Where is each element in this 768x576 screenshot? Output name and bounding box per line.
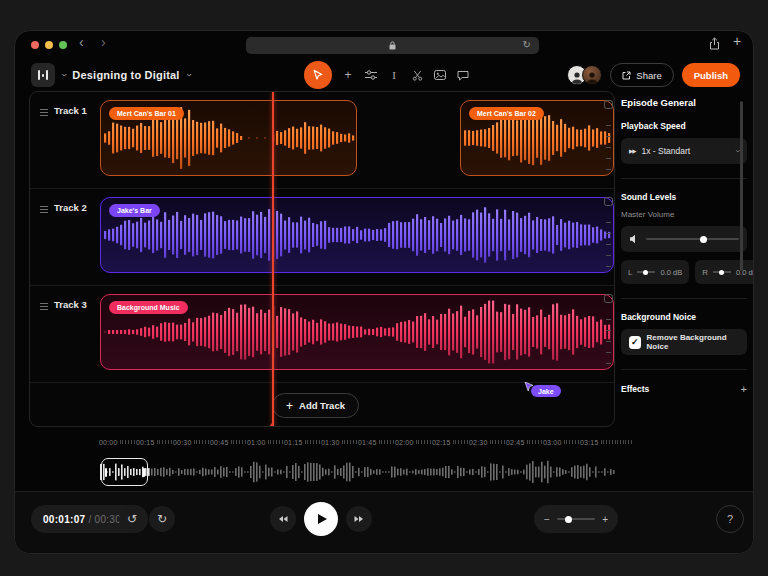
ruler-tick: [455, 440, 456, 444]
audio-clip[interactable]: Mert Can's Bar 02: [460, 100, 614, 176]
channel-levels: L 0.0 dB R 0.0 dB: [621, 260, 747, 284]
playhead[interactable]: [272, 92, 274, 427]
address-bar[interactable]: ↻: [246, 37, 539, 54]
track-name[interactable]: Track 1: [54, 105, 87, 116]
cut-tool-button[interactable]: [410, 67, 424, 83]
clip-badge[interactable]: Mert Can's Bar 02: [469, 107, 544, 120]
speaker-icon: [629, 234, 640, 244]
checkbox-checked[interactable]: ✓: [629, 336, 641, 349]
ruler-tick: [430, 440, 431, 444]
timeline-ruler[interactable]: 00:0000:1500:3000:4501:0001:1501:3001:45…: [99, 435, 654, 449]
close-window-button[interactable]: [31, 41, 39, 49]
audio-clip[interactable]: Background Music: [100, 294, 614, 370]
skip-forward-button[interactable]: [346, 506, 372, 532]
text-tool-button[interactable]: I: [387, 67, 401, 83]
ruler-tick: [245, 440, 246, 444]
comment-tool-button[interactable]: [456, 67, 470, 83]
ruler-tick: [273, 440, 274, 444]
track-level-scale[interactable]: [602, 197, 614, 273]
zoom-in-icon[interactable]: +: [602, 514, 608, 525]
track-level-scale[interactable]: [602, 294, 614, 370]
track-expand-icon[interactable]: [604, 197, 613, 206]
new-tab-icon[interactable]: +: [733, 33, 741, 49]
ruler-tick: [270, 440, 271, 444]
left-channel-control[interactable]: L 0.0 dB: [621, 260, 689, 284]
track-row: Track 1 Mert Can's Bar 01 Mert Can's Bar…: [30, 92, 614, 189]
minimap-viewport-handle[interactable]: [101, 458, 148, 486]
chevron-down-icon[interactable]: ›: [183, 73, 193, 76]
sound-levels-heading: Sound Levels: [621, 192, 747, 202]
playhead-marker-icon[interactable]: [268, 423, 276, 427]
collaborator-name-badge: Jake: [531, 385, 561, 397]
track-drag-handle-icon[interactable]: [40, 109, 48, 116]
help-button[interactable]: ?: [716, 505, 744, 533]
ruler-tick: [390, 440, 391, 444]
master-volume-control: [621, 226, 747, 252]
ruler-tick: [623, 440, 624, 444]
slider-thumb[interactable]: [643, 270, 648, 275]
sidebar-scrollbar[interactable]: [740, 101, 743, 271]
slider-thumb[interactable]: [719, 270, 724, 275]
fast-forward-icon: ▶▶: [629, 148, 635, 154]
ruler-tick: [305, 440, 306, 444]
track-level-scale[interactable]: [602, 100, 614, 176]
share-sheet-icon[interactable]: [709, 37, 720, 50]
chevron-down-icon[interactable]: ›: [59, 73, 69, 76]
audio-overview-minimap[interactable]: [99, 457, 615, 487]
play-icon: [318, 514, 327, 524]
track-name[interactable]: Track 3: [54, 299, 87, 310]
ruler-tick: [128, 440, 129, 444]
forward-icon[interactable]: ›: [101, 34, 106, 50]
track-name[interactable]: Track 2: [54, 202, 87, 213]
clip-badge[interactable]: Jake's Bar: [109, 204, 160, 217]
remove-background-noise-row[interactable]: ✓ Remove Background Noice: [621, 329, 747, 355]
back-icon[interactable]: ‹: [79, 34, 84, 50]
zoom-out-icon[interactable]: −: [544, 514, 550, 525]
app-logo-icon[interactable]: [31, 63, 55, 87]
undo-button[interactable]: ↺: [119, 506, 145, 532]
play-button[interactable]: [304, 502, 338, 536]
zoom-slider[interactable]: [557, 518, 595, 520]
add-tool-button[interactable]: +: [341, 67, 355, 83]
master-volume-slider[interactable]: [646, 238, 739, 240]
clip-badge[interactable]: Background Music: [109, 301, 188, 314]
timeline-tick-label: 02:15: [432, 439, 451, 446]
add-effect-icon[interactable]: +: [741, 383, 747, 395]
playback-speed-select[interactable]: ▶▶ 1x - Standart ›: [621, 138, 747, 164]
transport-bar: 00:01:07 / 00:30:42 ↺ ↻ − + ?: [15, 491, 753, 553]
audio-clip[interactable]: Jake's Bar: [100, 197, 614, 273]
track-expand-icon[interactable]: [604, 294, 613, 303]
refresh-icon[interactable]: ↻: [523, 39, 531, 50]
timeline-tracks-panel: Track 1 Mert Can's Bar 01 Mert Can's Bar…: [29, 91, 615, 427]
ruler-tick: [492, 440, 493, 444]
redo-icon: ↻: [157, 512, 167, 526]
skip-back-button[interactable]: [270, 506, 296, 532]
zoom-slider-thumb[interactable]: [565, 516, 572, 523]
audio-clip[interactable]: Mert Can's Bar 01: [100, 100, 357, 176]
track-expand-icon[interactable]: [604, 100, 613, 109]
project-title-group: › Designing to Digital ›: [31, 62, 190, 88]
right-channel-slider[interactable]: [713, 271, 731, 273]
media-tool-button[interactable]: [433, 67, 447, 83]
cursor-tool-button[interactable]: [304, 61, 332, 89]
share-button[interactable]: Share: [610, 63, 673, 87]
left-channel-slider[interactable]: [637, 271, 655, 273]
adjust-tool-button[interactable]: [364, 67, 378, 83]
ruler-tick: [569, 440, 570, 444]
ruler-tick: [418, 440, 419, 444]
ruler-tick: [316, 440, 317, 444]
volume-slider-thumb[interactable]: [700, 236, 707, 243]
zoom-window-button[interactable]: [59, 41, 67, 49]
right-channel-label: R: [702, 268, 708, 277]
project-title[interactable]: Designing to Digital: [72, 69, 179, 81]
avatar[interactable]: [582, 65, 602, 85]
clip-badge[interactable]: Mert Can's Bar 01: [109, 107, 184, 120]
publish-button[interactable]: Publish: [682, 63, 740, 87]
track-drag-handle-icon[interactable]: [40, 303, 48, 310]
inspector-sidebar: Episode General Playback Speed ▶▶ 1x - S…: [621, 89, 747, 395]
track-drag-handle-icon[interactable]: [40, 206, 48, 213]
redo-button[interactable]: ↻: [149, 506, 175, 532]
right-channel-control[interactable]: R 0.0 dB: [695, 260, 754, 284]
add-track-button[interactable]: + Add Track: [272, 393, 359, 418]
minimize-window-button[interactable]: [45, 41, 53, 49]
